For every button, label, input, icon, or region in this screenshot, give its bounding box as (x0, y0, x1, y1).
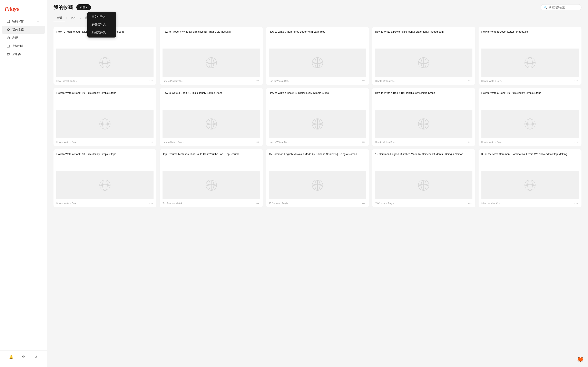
card-body: 30 of the Most Common Grammatical Errors… (479, 149, 581, 200)
tab-pdf[interactable]: PDF (68, 14, 80, 22)
card-title: 15 Common English Mistakes Made by Chine… (375, 152, 472, 168)
card-item[interactable]: How to Write a Book: 10 Ridiculously Sim… (53, 149, 156, 207)
card-more-button[interactable]: ••• (467, 79, 472, 83)
card-body: How to Write a Book: 10 Ridiculously Sim… (53, 149, 156, 200)
card-footer: How to Write a Boo... ••• (479, 138, 581, 146)
card-more-button[interactable]: ••• (361, 79, 366, 83)
card-more-button[interactable]: ••• (255, 79, 260, 83)
card-body: How to Write a Book: 10 Ridiculously Sim… (479, 88, 581, 138)
search-icon: 🔍 (544, 6, 547, 9)
chevron-down-icon: ▾ (86, 6, 87, 9)
sidebar-item-discover[interactable]: 发现 (2, 34, 45, 42)
card-item[interactable]: How to Write a Book: 10 Ridiculously Sim… (160, 88, 263, 146)
card-body: 15 Common English Mistakes Made by Chine… (372, 149, 475, 200)
card-title: How to Write a Book: 10 Ridiculously Sim… (56, 91, 154, 107)
dropdown-item-new-folder[interactable]: 新建文件夹 (87, 29, 116, 36)
card-thumbnail (375, 171, 472, 200)
card-more-button[interactable]: ••• (361, 140, 366, 144)
card-footer: How To Pitch to Jo... ••• (53, 77, 156, 85)
card-more-button[interactable]: ••• (149, 140, 154, 144)
card-body: How to Write a Book: 10 Ridiculously Sim… (266, 88, 369, 138)
card-title: How to Properly Write a Formal Email (Th… (163, 30, 260, 46)
card-item[interactable]: Top Resume Mistakes That Could Cost You … (160, 149, 263, 207)
card-item[interactable]: How to Write a Book: 10 Ridiculously Sim… (266, 88, 369, 146)
card-footer: How to Write a Ref... ••• (266, 77, 369, 85)
card-footer-title: How to Write a Boo... (56, 141, 78, 143)
settings-icon[interactable]: ⚙ (20, 354, 26, 360)
card-thumbnail (269, 171, 366, 200)
card-footer-title: 30 of the Most Com... (481, 202, 503, 205)
card-item[interactable]: How to Write a Book: 10 Ridiculously Sim… (479, 88, 581, 146)
favorites-icon (7, 28, 10, 32)
tab-all[interactable]: 全部 (53, 14, 65, 22)
search-input[interactable] (549, 6, 579, 9)
dropdown-item-import-file[interactable]: 从文件导入 (87, 13, 116, 21)
dropdown-item-import-link[interactable]: 从链接导入 (87, 21, 116, 29)
card-more-button[interactable]: ••• (255, 140, 260, 144)
card-thumbnail (163, 171, 260, 200)
svg-rect-4 (7, 53, 9, 55)
card-item[interactable]: How to Write a Reference Letter With Exa… (266, 27, 369, 85)
sidebar-bottom: 🔔 ⚙ ↺ (0, 350, 47, 363)
card-footer: 30 of the Most Com... ••• (479, 200, 581, 207)
search-box[interactable]: 🔍 (541, 4, 581, 10)
card-thumbnail (163, 110, 260, 138)
card-footer: How to Write a Boo... ••• (160, 138, 263, 146)
card-title: How to Write a Cover Letter | Indeed.com (481, 30, 579, 46)
dropdown-menu: 从文件导入 从链接导入 新建文件夹 (87, 12, 116, 38)
sidebar-item-trash[interactable]: 废纸篓 (2, 50, 45, 58)
card-body: How to Write a Reference Letter With Exa… (266, 27, 369, 77)
card-footer-title: How to Write a Boo... (375, 141, 396, 143)
cards-grid: How To Pitch to Journalists: Expert Tips… (53, 27, 581, 207)
sidebar-item-favorites[interactable]: 我的收藏 (2, 26, 45, 34)
sidebar-item-word-list[interactable]: 生词列表 (2, 42, 45, 50)
card-footer: Top Resume Mistak... ••• (160, 200, 263, 207)
card-footer-title: How to Properly W... (163, 80, 183, 82)
card-body: 15 Common English Mistakes Made by Chine… (266, 149, 369, 200)
card-item[interactable]: How to Write a Book: 10 Ridiculously Sim… (53, 88, 156, 146)
card-more-button[interactable]: ••• (573, 140, 579, 144)
card-item[interactable]: 15 Common English Mistakes Made by Chine… (372, 149, 475, 207)
card-more-button[interactable]: ••• (255, 201, 260, 206)
sidebar-item-label: 发现 (12, 36, 18, 40)
new-button[interactable]: 新增 ▾ (76, 4, 91, 10)
card-thumbnail (269, 49, 366, 77)
card-more-button[interactable]: ••• (573, 201, 579, 206)
svg-rect-0 (7, 20, 9, 23)
bell-icon[interactable]: 🔔 (8, 354, 14, 360)
card-footer: How to Write a Boo... ••• (266, 138, 369, 146)
card-item[interactable]: How to Properly Write a Formal Email (Th… (160, 27, 263, 85)
card-more-button[interactable]: ••• (149, 79, 154, 83)
card-body: How to Write a Book: 10 Ridiculously Sim… (53, 88, 156, 138)
sidebar-item-label: 生词列表 (12, 44, 24, 48)
card-footer: How to Write a Boo... ••• (53, 200, 156, 207)
card-more-button[interactable]: ••• (361, 201, 366, 206)
page-title: 我的收藏 (53, 4, 73, 11)
add-button[interactable]: + (36, 19, 40, 24)
refresh-icon[interactable]: ↺ (33, 354, 39, 360)
card-item[interactable]: 30 of the Most Common Grammatical Errors… (479, 149, 581, 207)
card-thumbnail (56, 110, 154, 138)
card-title: How to Write a Book: 10 Ridiculously Sim… (481, 91, 579, 107)
emoji-avatar[interactable]: 🦊 (577, 356, 584, 363)
card-more-button[interactable]: ••• (467, 140, 472, 144)
card-item[interactable]: How to Write a Book: 10 Ridiculously Sim… (372, 88, 475, 146)
card-more-button[interactable]: ••• (149, 201, 154, 206)
card-item[interactable]: How to Write a Powerful Personal Stateme… (372, 27, 475, 85)
card-body: How to Write a Cover Letter | Indeed.com (479, 27, 581, 77)
card-title: How to Write a Book: 10 Ridiculously Sim… (269, 91, 366, 107)
card-body: How to Write a Powerful Personal Stateme… (372, 27, 475, 77)
sidebar-item-label: 我的收藏 (12, 28, 24, 32)
card-more-button[interactable]: ••• (573, 79, 579, 83)
card-thumbnail (163, 49, 260, 77)
card-title: How to Write a Book: 10 Ridiculously Sim… (375, 91, 472, 107)
card-more-button[interactable]: ••• (467, 201, 472, 206)
sidebar-item-smart-write[interactable]: 智能写作 + (2, 17, 45, 25)
card-title: How to Write a Book: 10 Ridiculously Sim… (56, 152, 154, 168)
card-thumbnail (481, 49, 579, 77)
card-thumbnail (56, 171, 154, 200)
card-item[interactable]: 15 Common English Mistakes Made by Chine… (266, 149, 369, 207)
card-title: Top Resume Mistakes That Could Cost You … (163, 152, 260, 168)
card-item[interactable]: How to Write a Cover Letter | Indeed.com… (479, 27, 581, 85)
card-title: 30 of the Most Common Grammatical Errors… (481, 152, 579, 168)
